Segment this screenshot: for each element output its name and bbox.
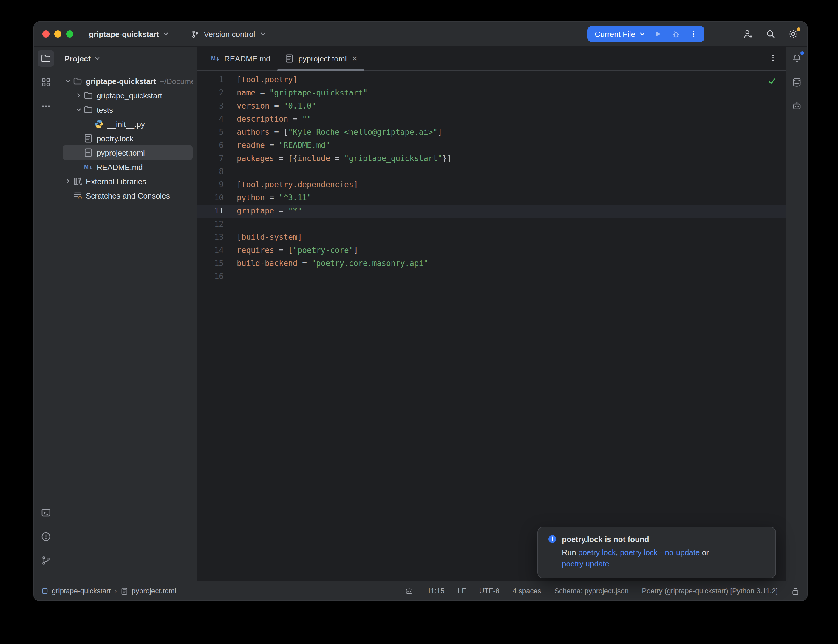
chevron-right-icon[interactable] [74, 92, 84, 99]
ai-assistant-tool-button[interactable] [788, 98, 805, 115]
folder-icon [41, 53, 51, 64]
code-line-16[interactable]: 16 [197, 270, 785, 283]
project-selector[interactable]: griptape-quickstart [89, 30, 169, 38]
ide-window: griptape-quickstart Version control Curr… [33, 21, 808, 601]
tab-readme-md[interactable]: MREADME.md [204, 46, 278, 71]
structure-tool-button[interactable] [38, 74, 54, 90]
close-window-button[interactable] [42, 30, 49, 38]
code-line-3[interactable]: 3version = "0.1.0" [197, 100, 785, 113]
line-number[interactable]: 9 [197, 178, 232, 191]
status-indent-style[interactable]: 4 spaces [513, 587, 541, 595]
zoom-window-button[interactable] [66, 30, 73, 38]
code-line-8[interactable]: 8 [197, 165, 785, 178]
code-line-2[interactable]: 2name = "griptape-quickstart" [197, 87, 785, 100]
more-run-options-button[interactable] [688, 28, 700, 40]
add-user-button[interactable] [743, 29, 753, 39]
line-number[interactable]: 6 [197, 139, 232, 152]
status-json-schema[interactable]: Schema: pyproject.json [554, 587, 629, 595]
title-bar[interactable]: griptape-quickstart Version control Curr… [34, 22, 807, 46]
code-line-13[interactable]: 13[build-system] [197, 231, 785, 244]
debug-button[interactable] [670, 28, 682, 40]
chevron-down-icon[interactable] [74, 106, 84, 113]
bug-icon [671, 30, 680, 38]
line-number[interactable]: 1 [197, 73, 232, 87]
line-number[interactable]: 11 [197, 205, 232, 218]
project-panel-header[interactable]: Project [58, 46, 197, 71]
notification-link-poetry-lock[interactable]: poetry lock [578, 548, 616, 557]
search-everywhere-button[interactable] [765, 29, 776, 39]
line-number[interactable]: 15 [197, 257, 232, 270]
tab-label: pyproject.toml [299, 54, 347, 63]
tree-item-griptape-quickstart[interactable]: griptape-quickstart~/Docume [62, 74, 193, 88]
tree-item-griptape-quickstart[interactable]: griptape_quickstart [62, 88, 193, 103]
project-icon [41, 587, 48, 595]
status-cursor-position[interactable]: 11:15 [427, 587, 444, 595]
code-line-6[interactable]: 6readme = "README.md" [197, 139, 785, 152]
notification-link-poetry-update[interactable]: poetry update [562, 559, 609, 568]
tab-pyproject-toml[interactable]: pyproject.toml✕ [278, 46, 365, 71]
chevron-right-icon[interactable] [63, 178, 73, 185]
code-line-4[interactable]: 4description = "" [197, 113, 785, 126]
status-file-encoding[interactable]: UTF-8 [479, 587, 500, 595]
code-line-14[interactable]: 14requires = ["poetry-core"] [197, 244, 785, 257]
vcs-widget[interactable]: Version control [191, 30, 266, 38]
run-button[interactable] [652, 28, 664, 40]
code-line-7[interactable]: 7packages = [{include = "griptape_quicks… [197, 152, 785, 165]
code-editor[interactable]: 1[tool.poetry]2name = "griptape-quicksta… [197, 71, 785, 581]
ai-assistant-status-icon[interactable] [404, 586, 414, 596]
tree-item-init-py[interactable]: __init__.py [62, 117, 193, 131]
code-line-11[interactable]: 11griptape = "*" [197, 205, 785, 218]
notification-link-poetry-lock-no-update[interactable]: poetry lock --no-update [620, 548, 700, 557]
line-number[interactable]: 13 [197, 231, 232, 244]
minimize-window-button[interactable] [54, 30, 61, 38]
tree-item-label: __init__.py [107, 120, 145, 128]
terminal-tool-button[interactable] [38, 504, 54, 521]
line-number[interactable]: 5 [197, 126, 232, 139]
project-tree: griptape-quickstart~/Documegriptape_quic… [58, 71, 197, 581]
line-number[interactable]: 4 [197, 113, 232, 126]
run-config-selector[interactable]: Current File [595, 30, 646, 38]
notification-toast[interactable]: poetry.lock is not found Run poetry lock… [537, 527, 776, 578]
line-number[interactable]: 7 [197, 152, 232, 165]
tree-item-poetry-lock[interactable]: poetry.lock [62, 131, 193, 146]
tab-options-kebab-icon[interactable] [769, 53, 777, 64]
unlocked-icon[interactable] [791, 586, 800, 595]
line-number[interactable]: 3 [197, 100, 232, 113]
code-line-1[interactable]: 1[tool.poetry] [197, 73, 785, 87]
code-line-12[interactable]: 12 [197, 218, 785, 231]
settings-button[interactable] [788, 29, 799, 39]
close-tab-icon[interactable]: ✕ [352, 54, 357, 62]
line-number[interactable]: 14 [197, 244, 232, 257]
line-number[interactable]: 2 [197, 87, 232, 100]
tree-item-label: Scratches and Consoles [86, 191, 170, 200]
status-line-separator[interactable]: LF [458, 587, 466, 595]
more-tool-windows-button[interactable] [38, 98, 54, 115]
notification-header: poetry.lock is not found [547, 534, 766, 544]
code-line-10[interactable]: 10python = "^3.11" [197, 191, 785, 205]
code-line-5[interactable]: 5authors = ["Kyle Roche <hello@griptape.… [197, 126, 785, 139]
project-tool-button[interactable] [38, 50, 54, 67]
tree-item-readme-md[interactable]: MREADME.md [62, 160, 193, 174]
problems-tool-button[interactable] [38, 528, 54, 545]
status-python-interpreter[interactable]: Poetry (griptape-quickstart) [Python 3.1… [642, 587, 778, 595]
line-number[interactable]: 10 [197, 191, 232, 205]
tree-item-external-libraries[interactable]: External Libraries [62, 174, 193, 189]
tree-item-tests[interactable]: tests [62, 103, 193, 117]
breadcrumb-file[interactable]: pyproject.toml [131, 587, 176, 595]
code-text: griptape = "*" [232, 205, 302, 218]
tree-item-scratches-and-consoles[interactable]: Scratches and Consoles [62, 189, 193, 203]
breadcrumb-project[interactable]: griptape-quickstart [52, 587, 111, 595]
folder-icon [84, 90, 93, 100]
version-control-tool-button[interactable] [38, 552, 54, 569]
chevron-down-icon[interactable] [63, 77, 73, 85]
line-number[interactable]: 12 [197, 218, 232, 231]
notifications-tool-button[interactable] [788, 50, 805, 67]
line-number[interactable]: 8 [197, 165, 232, 178]
tree-item-pyproject-toml[interactable]: pyproject.toml [62, 146, 193, 160]
code-line-9[interactable]: 9[tool.poetry.dependencies] [197, 178, 785, 191]
database-tool-button[interactable] [788, 74, 805, 90]
breadcrumb: griptape-quickstart › pyproject.toml [41, 587, 176, 595]
line-number[interactable]: 16 [197, 270, 232, 283]
code-line-15[interactable]: 15build-backend = "poetry.core.masonry.a… [197, 257, 785, 270]
inspections-ok-check-icon[interactable] [767, 77, 776, 85]
